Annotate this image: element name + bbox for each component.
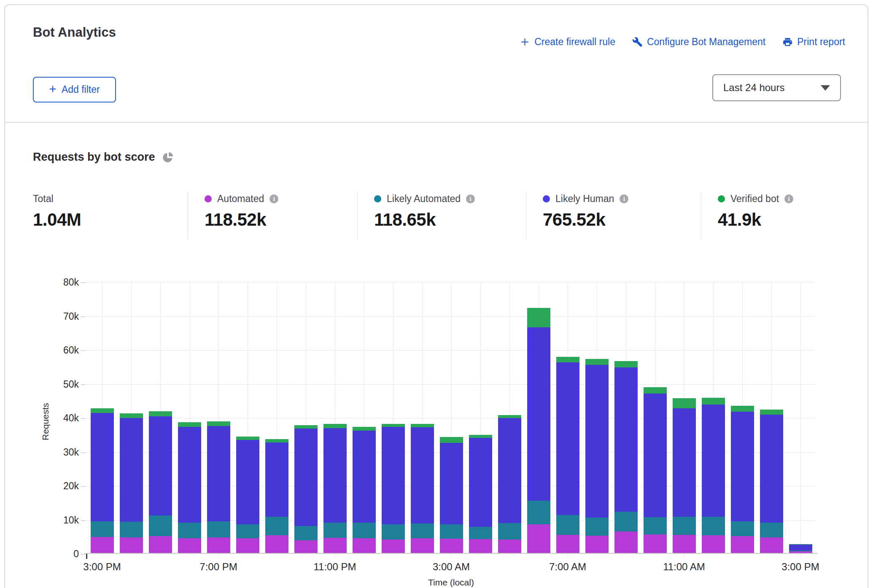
bar-segment-likely-automated[interactable] bbox=[149, 515, 172, 536]
bar-segment-verified-bot[interactable] bbox=[644, 387, 667, 393]
bar-segment-likely-automated[interactable] bbox=[469, 527, 492, 539]
bar-segment-verified-bot[interactable] bbox=[469, 435, 492, 438]
bar-segment-verified-bot[interactable] bbox=[527, 308, 550, 327]
bar-segment-likely-human[interactable] bbox=[207, 426, 230, 521]
bar-segment-likely-human[interactable] bbox=[91, 413, 114, 522]
bar-segment-likely-automated[interactable] bbox=[236, 524, 259, 538]
bar-segment-likely-human[interactable] bbox=[411, 427, 434, 523]
info-icon[interactable]: i bbox=[466, 194, 475, 203]
bar-segment-likely-automated[interactable] bbox=[353, 523, 376, 538]
bar-segment-automated[interactable] bbox=[294, 540, 318, 553]
bar-segment-automated[interactable] bbox=[702, 535, 725, 553]
bar-segment-automated[interactable] bbox=[469, 539, 492, 553]
create-firewall-rule-link[interactable]: Create firewall rule bbox=[520, 36, 615, 48]
info-icon[interactable]: i bbox=[620, 194, 628, 203]
bar-segment-likely-automated[interactable] bbox=[207, 521, 230, 537]
bar-segment-automated[interactable] bbox=[556, 535, 579, 553]
bar-segment-verified-bot[interactable] bbox=[789, 544, 812, 545]
bar-segment-verified-bot[interactable] bbox=[411, 424, 434, 427]
bar-segment-likely-automated[interactable] bbox=[323, 523, 347, 538]
bar-segment-likely-automated[interactable] bbox=[731, 521, 754, 536]
bar-segment-verified-bot[interactable] bbox=[265, 439, 288, 442]
bar-segment-likely-automated[interactable] bbox=[673, 517, 696, 535]
bar-segment-automated[interactable] bbox=[382, 539, 405, 553]
bar-segment-likely-automated[interactable] bbox=[265, 517, 288, 535]
bar-segment-automated[interactable] bbox=[323, 538, 347, 553]
bar-segment-likely-human[interactable] bbox=[731, 412, 754, 521]
bar-segment-verified-bot[interactable] bbox=[120, 413, 143, 418]
bar-segment-automated[interactable] bbox=[236, 538, 259, 553]
bar-segment-verified-bot[interactable] bbox=[323, 424, 347, 428]
bar-segment-likely-human[interactable] bbox=[585, 365, 609, 518]
info-icon[interactable]: i bbox=[269, 194, 278, 203]
bar-segment-likely-automated[interactable] bbox=[702, 517, 725, 535]
bar-segment-verified-bot[interactable] bbox=[294, 425, 318, 429]
bar-segment-likely-human[interactable] bbox=[527, 327, 550, 501]
bar-segment-automated[interactable] bbox=[760, 537, 783, 553]
bar-segment-verified-bot[interactable] bbox=[498, 415, 521, 418]
bar-segment-likely-automated[interactable] bbox=[178, 523, 201, 539]
bar-segment-automated[interactable] bbox=[644, 534, 667, 553]
bar-segment-automated[interactable] bbox=[91, 537, 114, 553]
bar-segment-likely-human[interactable] bbox=[644, 394, 667, 518]
bar-segment-automated[interactable] bbox=[614, 531, 638, 553]
bar-segment-likely-human[interactable] bbox=[120, 418, 143, 522]
bar-segment-likely-human[interactable] bbox=[673, 408, 696, 517]
bar-segment-likely-automated[interactable] bbox=[498, 523, 521, 539]
bar-segment-likely-human[interactable] bbox=[353, 431, 376, 523]
bar-segment-automated[interactable] bbox=[411, 538, 434, 553]
bar-segment-likely-automated[interactable] bbox=[789, 550, 812, 551]
bar-segment-likely-human[interactable] bbox=[440, 443, 463, 524]
bar-segment-automated[interactable] bbox=[353, 538, 376, 553]
bar-segment-likely-automated[interactable] bbox=[382, 524, 405, 539]
bar-segment-likely-human[interactable] bbox=[294, 429, 318, 526]
bar-segment-likely-human[interactable] bbox=[236, 440, 259, 524]
bar-segment-verified-bot[interactable] bbox=[614, 361, 638, 367]
bar-segment-automated[interactable] bbox=[789, 551, 812, 553]
bar-segment-verified-bot[interactable] bbox=[702, 398, 725, 405]
bar-segment-likely-human[interactable] bbox=[498, 418, 521, 523]
bar-segment-likely-human[interactable] bbox=[469, 438, 492, 527]
bar-segment-verified-bot[interactable] bbox=[178, 422, 201, 426]
bar-segment-automated[interactable] bbox=[527, 524, 550, 553]
bar-segment-automated[interactable] bbox=[178, 538, 201, 553]
bar-segment-likely-human[interactable] bbox=[702, 405, 725, 517]
bar-segment-verified-bot[interactable] bbox=[207, 421, 230, 426]
bar-segment-likely-automated[interactable] bbox=[91, 521, 114, 537]
bar-segment-likely-human[interactable] bbox=[760, 415, 783, 523]
info-icon[interactable]: i bbox=[784, 194, 793, 203]
bar-segment-likely-automated[interactable] bbox=[644, 517, 667, 534]
bar-segment-automated[interactable] bbox=[149, 536, 172, 553]
bar-segment-automated[interactable] bbox=[498, 539, 521, 553]
print-report-link[interactable]: Print report bbox=[782, 36, 845, 48]
bar-segment-likely-human[interactable] bbox=[178, 427, 201, 523]
bar-segment-automated[interactable] bbox=[673, 535, 696, 553]
bar-segment-verified-bot[interactable] bbox=[382, 424, 405, 427]
bar-segment-verified-bot[interactable] bbox=[731, 406, 754, 412]
bar-segment-likely-automated[interactable] bbox=[440, 524, 463, 539]
time-range-dropdown[interactable]: Last 24 hours bbox=[712, 74, 841, 101]
bar-segment-likely-automated[interactable] bbox=[585, 518, 609, 536]
bar-segment-likely-human[interactable] bbox=[149, 416, 172, 515]
bar-segment-likely-human[interactable] bbox=[614, 367, 638, 511]
bar-segment-verified-bot[interactable] bbox=[585, 359, 609, 365]
bar-segment-likely-automated[interactable] bbox=[614, 512, 638, 531]
bar-segment-likely-human[interactable] bbox=[556, 362, 579, 515]
bar-segment-likely-human[interactable] bbox=[382, 427, 405, 524]
bar-segment-verified-bot[interactable] bbox=[91, 408, 114, 413]
bar-segment-likely-human[interactable] bbox=[323, 428, 347, 523]
bar-segment-verified-bot[interactable] bbox=[760, 410, 783, 415]
bar-segment-automated[interactable] bbox=[120, 537, 143, 553]
bar-segment-automated[interactable] bbox=[440, 539, 463, 553]
bar-segment-verified-bot[interactable] bbox=[149, 411, 172, 416]
bar-segment-verified-bot[interactable] bbox=[440, 437, 463, 443]
bar-segment-likely-human[interactable] bbox=[265, 442, 288, 517]
bar-segment-verified-bot[interactable] bbox=[236, 437, 259, 440]
bar-segment-verified-bot[interactable] bbox=[556, 357, 579, 363]
bar-segment-verified-bot[interactable] bbox=[673, 398, 696, 408]
bar-segment-likely-automated[interactable] bbox=[760, 523, 783, 537]
bar-segment-likely-human[interactable] bbox=[789, 545, 812, 550]
add-filter-button[interactable]: + Add filter bbox=[33, 77, 116, 102]
bar-segment-automated[interactable] bbox=[731, 536, 754, 553]
bar-segment-likely-automated[interactable] bbox=[120, 522, 143, 537]
